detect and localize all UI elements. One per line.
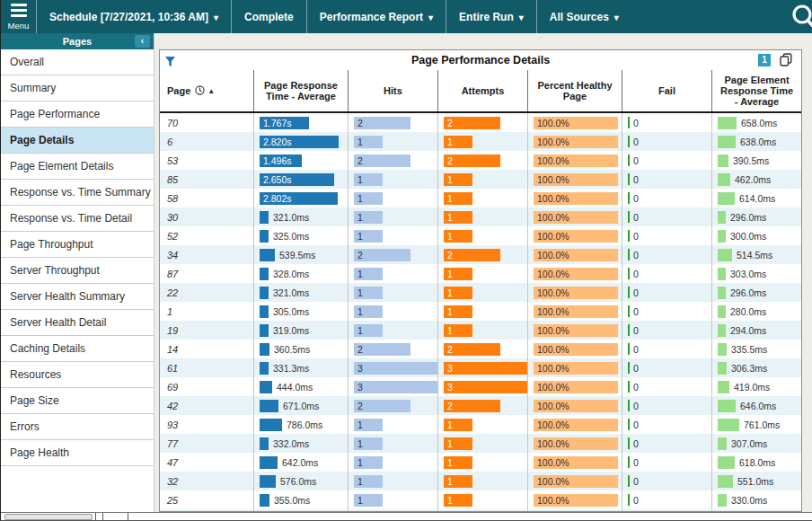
column-header-label: Percent Healthy Page	[534, 80, 616, 102]
table-row-page-53[interactable]: 531.496s22100.0%0390.5ms	[160, 151, 801, 170]
data-bar	[260, 324, 269, 337]
column-header-attempts[interactable]: Attempts	[437, 70, 527, 111]
table-row-page-34[interactable]: 34539.5ms22100.0%0514.5ms	[160, 245, 801, 264]
data-bar: 100.0%	[534, 456, 618, 469]
table-row-page-25[interactable]: 25355.0ms11100.0%0330.0ms	[160, 490, 801, 509]
table-row-page-22[interactable]: 22321.0ms11100.0%0296.0ms	[160, 283, 801, 302]
table-row-page-93[interactable]: 93786.0ms11100.0%0761.0ms	[160, 415, 801, 434]
sidebar-item-page-element-details[interactable]: Page Element Details	[1, 154, 154, 180]
percent-healthy-cell: 100.0%	[527, 170, 622, 189]
hits-cell: 1	[348, 434, 437, 453]
report-type-label: Performance Report	[320, 11, 423, 23]
element-time-cell: 638.0ms	[711, 132, 801, 151]
sidebar-item-server-health-summary[interactable]: Server Health Summary	[1, 284, 154, 310]
page-id-cell: 69	[160, 377, 253, 396]
data-bar	[260, 268, 269, 280]
table-row-page-6[interactable]: 62.820s11100.0%0638.0ms	[160, 132, 801, 151]
sidebar-item-resources[interactable]: Resources	[1, 362, 154, 388]
attempts-cell: 1	[437, 264, 527, 283]
data-bar: 1	[444, 268, 472, 280]
fail-tick	[628, 155, 630, 166]
bar-value-label: 671.0ms	[283, 401, 319, 411]
table-row-page-47[interactable]: 47642.0ms11100.0%0618.0ms	[160, 453, 801, 472]
sidebar-item-response-vs-time-detail[interactable]: Response vs. Time Detail	[1, 206, 154, 232]
table-row-page-85[interactable]: 852.650s11100.0%0462.0ms	[160, 170, 801, 189]
search-icon[interactable]	[789, 2, 812, 32]
menu-button[interactable]: Menu	[1, 0, 37, 33]
column-header-hits[interactable]: Hits	[348, 70, 437, 111]
attempts-cell: 1	[437, 434, 527, 453]
fail-tick	[628, 437, 630, 449]
data-bar: 100.0%	[534, 287, 618, 299]
element-time-cell: 303.0ms	[711, 264, 801, 283]
table-row-page-58[interactable]: 582.802s11100.0%0614.0ms	[160, 189, 801, 208]
bar-value-label: 305.0ms	[273, 306, 309, 317]
data-bar	[260, 249, 275, 261]
sidebar-item-page-health[interactable]: Page Health	[1, 440, 154, 466]
bar-value-label: 646.0ms	[740, 401, 776, 411]
sidebar-item-server-health-detail[interactable]: Server Health Detail	[1, 310, 154, 336]
bar-value-label: 355.0ms	[274, 495, 310, 506]
sidebar-collapse-button[interactable]: ‹	[135, 35, 150, 48]
fail-tick	[628, 305, 630, 317]
table-row-page-30[interactable]: 30321.0ms11100.0%0296.0ms	[160, 208, 801, 226]
sidebar-item-page-throughput[interactable]: Page Throughput	[1, 232, 154, 258]
sidebar-item-page-performance[interactable]: Page Performance	[1, 102, 154, 128]
table-row-page-77[interactable]: 77332.0ms11100.0%0307.0ms	[160, 434, 801, 453]
bar-value-label: 296.0ms	[730, 287, 766, 298]
fail-cell: 0	[622, 377, 711, 396]
column-header-page-element-response-time-average[interactable]: Page Element Response Time - Average	[711, 70, 801, 111]
report-type-dropdown[interactable]: Performance Report ▾	[307, 0, 446, 33]
table-row-page-52[interactable]: 52325.0ms11100.0%0300.0ms	[160, 226, 801, 245]
run-scope-dropdown[interactable]: Entire Run ▾	[446, 0, 536, 33]
fail-cell: 0	[622, 396, 711, 415]
scrollbar-box[interactable]	[103, 513, 128, 521]
table-row-page-61[interactable]: 61331.3ms33100.0%0306.3ms	[160, 358, 801, 377]
horizontal-scrollbar-thumb[interactable]	[4, 514, 93, 520]
table-row-page-69[interactable]: 69444.0ms33100.0%0419.0ms	[160, 377, 801, 396]
response-time-cell: 642.0ms	[253, 453, 348, 472]
chevron-down-icon: ▾	[614, 13, 619, 22]
sidebar-item-server-throughput[interactable]: Server Throughput	[1, 258, 154, 284]
table-row-page-87[interactable]: 87328.0ms11100.0%0303.0ms	[160, 264, 801, 283]
report-panel: Page Performance Details 1 Page▲Page Res…	[159, 49, 802, 512]
percent-healthy-cell: 100.0%	[527, 151, 622, 170]
fail-value: 0	[633, 250, 639, 260]
sidebar-item-summary[interactable]: Summary	[1, 75, 154, 102]
clock-icon	[195, 85, 205, 97]
copy-icon[interactable]	[780, 53, 792, 70]
column-header-page-response-time-average[interactable]: Page Response Time - Average	[253, 70, 348, 111]
hits-cell: 1	[348, 132, 437, 151]
column-header-page[interactable]: Page▲	[160, 70, 253, 111]
fail-tick	[628, 475, 630, 487]
table-row-page-42[interactable]: 42671.0ms22100.0%0646.0ms	[160, 396, 801, 415]
table-row-page-32[interactable]: 32576.0ms11100.0%0551.0ms	[160, 472, 801, 490]
column-header-percent-healthy-page[interactable]: Percent Healthy Page	[527, 70, 622, 111]
sources-dropdown[interactable]: All Sources ▾	[537, 0, 631, 33]
sidebar-item-page-size[interactable]: Page Size	[1, 388, 154, 414]
table-row-page-19[interactable]: 19319.0ms11100.0%0294.0ms	[160, 321, 801, 340]
sidebar-item-caching-details[interactable]: Caching Details	[1, 336, 154, 362]
data-bar	[260, 211, 269, 224]
data-bar: 1	[354, 456, 383, 469]
sidebar-item-page-details[interactable]: Page Details	[1, 128, 154, 154]
sidebar-item-overall[interactable]: Overall	[1, 49, 154, 75]
element-time-cell: 280.0ms	[711, 302, 801, 321]
fail-value: 0	[633, 193, 639, 204]
sidebar-item-errors[interactable]: Errors	[1, 414, 154, 440]
table-row-page-1[interactable]: 1305.0ms11100.0%0280.0ms	[160, 302, 801, 321]
table-row-page-70[interactable]: 701.767s22100.0%0658.0ms	[160, 113, 801, 132]
data-bar: 1	[444, 211, 472, 224]
bar-value-label: 514.5ms	[737, 250, 772, 260]
scrollbar-box[interactable]	[95, 513, 103, 521]
hits-cell: 2	[348, 245, 437, 264]
data-bar	[718, 362, 727, 375]
schedule-dropdown[interactable]: Schedule [7/27/2021, 10:36 AM] ▾	[37, 0, 231, 33]
sidebar-item-response-vs-time-summary[interactable]: Response vs. Time Summary	[1, 180, 154, 206]
column-header-fail[interactable]: Fail	[622, 70, 711, 111]
hits-cell: 1	[348, 453, 437, 472]
top-bar: Menu Schedule [7/27/2021, 10:36 AM] ▾ Co…	[1, 0, 812, 33]
table-row-page-14[interactable]: 14360.5ms22100.0%0335.5ms	[160, 340, 801, 358]
data-bar: 1	[444, 287, 472, 299]
fail-value: 0	[633, 269, 639, 279]
